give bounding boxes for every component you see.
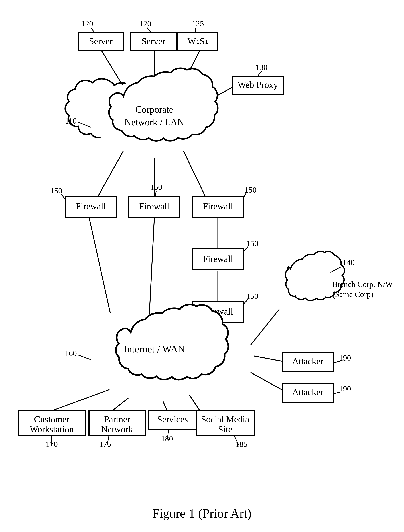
services-label: Services xyxy=(157,414,188,424)
diagram: Corporate Network / LAN 110 Server 120 S… xyxy=(0,0,404,532)
ref-125: 125 xyxy=(192,19,204,28)
svg-line-13 xyxy=(254,356,283,361)
ref-175: 175 xyxy=(99,440,111,449)
ref-190a: 190 xyxy=(339,354,351,362)
ref-150e: 150 xyxy=(246,292,258,301)
firewall1-label: Firewall xyxy=(76,201,106,211)
branch-corp-label1: Branch Corp. N/W xyxy=(332,280,393,289)
w1s1-label: W₁S₁ xyxy=(188,36,208,46)
server1-label: Server xyxy=(89,36,113,46)
figure-caption: Figure 1 (Prior Art) xyxy=(152,507,252,520)
branch-corp-label2: (Same Corp) xyxy=(332,290,373,299)
ref-150c: 150 xyxy=(245,185,257,194)
firewall2-label: Firewall xyxy=(139,201,170,211)
internet-wan-label: Internet / WAN xyxy=(124,343,185,355)
firewall3-label: Firewall xyxy=(203,201,233,211)
attacker2-label: Attacker xyxy=(292,387,323,397)
ref-160: 160 xyxy=(65,349,77,358)
ref-140: 140 xyxy=(343,258,355,267)
firewall4-label: Firewall xyxy=(203,254,233,264)
ref-120a: 120 xyxy=(81,19,93,28)
ref-190b: 190 xyxy=(339,384,351,393)
server2-label: Server xyxy=(142,36,165,46)
svg-line-10 xyxy=(149,217,154,323)
svg-line-29 xyxy=(258,71,261,76)
ref-150d: 150 xyxy=(246,239,258,248)
corporate-network-label2: Network / LAN xyxy=(124,117,184,127)
svg-line-26 xyxy=(91,28,95,32)
svg-line-6 xyxy=(183,151,205,196)
svg-line-4 xyxy=(98,151,123,196)
social-media-label1: Social Media xyxy=(201,414,249,424)
social-media-label2: Site xyxy=(218,424,232,434)
svg-line-34 xyxy=(243,299,248,304)
svg-line-14 xyxy=(251,372,283,391)
svg-line-31 xyxy=(155,191,156,196)
attacker1-label: Attacker xyxy=(292,356,323,366)
svg-line-25 xyxy=(78,122,91,127)
ref-150a: 150 xyxy=(50,186,62,195)
web-proxy-label: Web Proxy xyxy=(238,80,278,90)
customer-workstation-label2: Workstation xyxy=(30,424,74,434)
ref-130: 130 xyxy=(255,63,267,72)
ref-185: 185 xyxy=(235,440,247,449)
ref-120b: 120 xyxy=(139,19,151,28)
svg-line-27 xyxy=(147,28,151,32)
corporate-network-label: Corporate xyxy=(135,104,173,115)
svg-line-9 xyxy=(89,217,113,323)
svg-line-30 xyxy=(61,194,65,200)
customer-workstation-label1: Customer xyxy=(34,414,69,424)
partner-network-label2: Network xyxy=(101,424,133,434)
ref-150b: 150 xyxy=(150,183,162,192)
partner-network-label1: Partner xyxy=(104,414,130,424)
svg-line-33 xyxy=(243,247,248,252)
ref-110: 110 xyxy=(65,116,77,125)
